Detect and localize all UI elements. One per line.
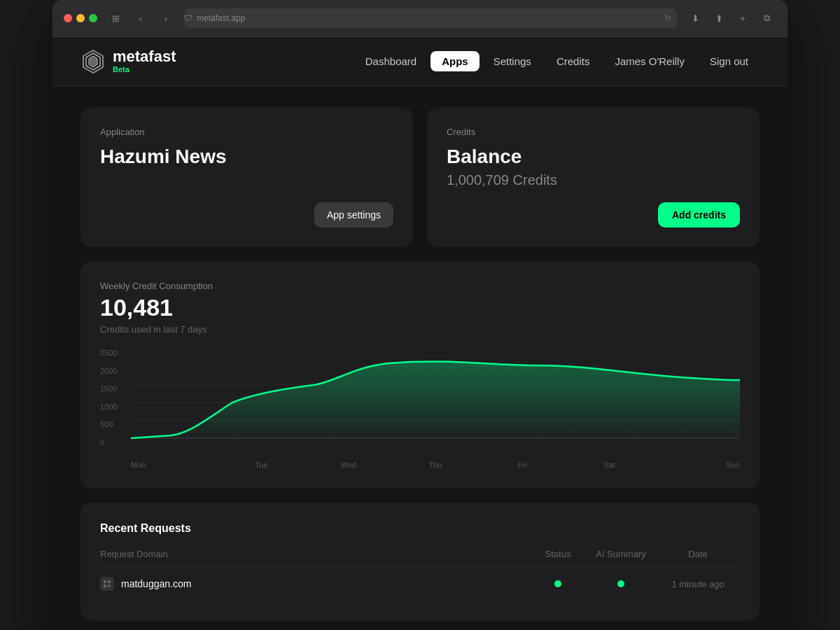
logo-text-area: metafast Beta — [113, 49, 176, 74]
x-label-sun: Sun — [653, 461, 740, 469]
add-credits-button[interactable]: Add credits — [658, 202, 740, 227]
refresh-icon[interactable]: ↻ — [664, 13, 671, 23]
new-tab-icon[interactable]: + — [733, 8, 752, 28]
browser-chrome: ⊞ ‹ › 🛡 metafast.app ↻ ⬇ ⬆ + ⧉ — [52, 0, 788, 37]
svg-rect-17 — [102, 579, 112, 589]
x-label-mon: Mon — [131, 461, 218, 469]
favicon-icon — [102, 579, 112, 589]
logo-icon — [80, 49, 106, 74]
status-cell — [530, 580, 586, 587]
application-card: Application Hazumi News App settings — [80, 107, 413, 247]
y-label-0: 0 — [100, 438, 125, 447]
x-label-sat: Sat — [566, 461, 652, 469]
y-label-1000: 1000 — [100, 402, 125, 411]
application-card-footer: App settings — [100, 202, 393, 227]
maximize-button[interactable] — [89, 14, 97, 22]
recent-requests-title: Recent Requests — [100, 522, 740, 535]
y-label-2000: 2000 — [100, 367, 125, 375]
y-label-500: 500 — [100, 420, 125, 428]
credits-value: 1,000,709 Credits — [447, 172, 740, 188]
table-header: Request Domain Status AI Summary Date — [100, 549, 740, 567]
table-row: matduggan.com 1 minute ago — [100, 567, 740, 601]
chart-header: Weekly Credit Consumption 10,481 Credits… — [100, 281, 740, 335]
close-button[interactable] — [64, 14, 72, 22]
back-icon[interactable]: ‹ — [131, 8, 150, 28]
row-domain: matduggan.com — [100, 577, 530, 591]
status-dot — [554, 580, 561, 587]
col-header-ai-summary: AI Summary — [586, 549, 656, 559]
credits-card-footer: Add credits — [447, 202, 740, 227]
credits-card-title: Balance — [447, 146, 740, 168]
svg-rect-19 — [108, 580, 111, 583]
address-bar[interactable]: 🛡 metafast.app ↻ — [184, 8, 677, 28]
domain-favicon — [100, 577, 114, 591]
chart-svg-container — [131, 349, 740, 461]
credits-card-label: Credits — [447, 127, 740, 137]
tabs-icon[interactable]: ⧉ — [757, 8, 776, 28]
svg-rect-21 — [108, 584, 111, 587]
navigation: metafast Beta Dashboard Apps Settings Cr… — [52, 37, 788, 86]
top-row: Application Hazumi News App settings Cre… — [80, 107, 760, 247]
x-label-tue: Tue — [218, 461, 304, 469]
nav-item-credits[interactable]: Credits — [545, 51, 601, 71]
y-label-2500: 2500 — [100, 349, 125, 357]
y-label-1500: 1500 — [100, 384, 125, 393]
main-content: Application Hazumi News App settings Cre… — [52, 86, 788, 630]
chart-area-fill — [131, 362, 740, 438]
ai-summary-cell — [586, 580, 656, 587]
x-label-fri: Fri — [479, 461, 566, 469]
chart-label: Weekly Credit Consumption — [100, 281, 740, 291]
nav-links: Dashboard Apps Settings Credits James O'… — [354, 51, 760, 71]
traffic-lights — [64, 14, 97, 22]
domain-name: matduggan.com — [121, 578, 191, 589]
app-container: metafast Beta Dashboard Apps Settings Cr… — [52, 37, 788, 630]
application-card-title: Hazumi News — [100, 146, 393, 188]
browser-controls: ⊞ ‹ › — [106, 8, 176, 28]
chart-area: 0 500 1000 1500 2000 2500 — [100, 349, 740, 469]
svg-rect-18 — [104, 580, 106, 583]
chart-sublabel: Credits used in last 7 days — [100, 324, 740, 335]
share-icon[interactable]: ⬆ — [709, 8, 729, 28]
col-header-date: Date — [656, 549, 740, 559]
svg-rect-20 — [104, 584, 106, 587]
url-text: metafast.app — [197, 13, 245, 23]
svg-marker-2 — [89, 56, 97, 67]
browser-actions: ⬇ ⬆ + ⧉ — [685, 8, 776, 28]
x-axis: Mon Tue Wed Thu Fri Sat Sun — [131, 461, 740, 469]
x-label-wed: Wed — [305, 461, 392, 469]
shield-icon: 🛡 — [184, 13, 192, 23]
y-axis: 0 500 1000 1500 2000 2500 — [100, 349, 125, 461]
chart-value: 10,481 — [100, 294, 740, 321]
nav-sign-out[interactable]: Sign out — [699, 51, 760, 71]
logo-text: metafast — [113, 49, 176, 64]
x-label-thu: Thu — [392, 461, 479, 469]
col-header-domain: Request Domain — [100, 549, 530, 559]
chart-card: Weekly Credit Consumption 10,481 Credits… — [80, 261, 760, 489]
ai-summary-dot — [617, 580, 624, 587]
app-settings-button[interactable]: App settings — [314, 202, 393, 227]
nav-item-settings[interactable]: Settings — [482, 51, 542, 71]
nav-user-name[interactable]: James O'Reilly — [603, 51, 696, 71]
logo-area: metafast Beta — [80, 49, 176, 74]
sidebar-toggle-icon[interactable]: ⊞ — [106, 8, 125, 28]
logo-beta: Beta — [113, 66, 176, 74]
row-date: 1 minute ago — [656, 579, 740, 589]
application-card-label: Application — [100, 127, 393, 137]
forward-icon[interactable]: › — [156, 8, 176, 28]
credits-card: Credits Balance 1,000,709 Credits Add cr… — [427, 107, 760, 247]
chart-with-y: 0 500 1000 1500 2000 2500 — [100, 349, 740, 461]
browser-window: ⊞ ‹ › 🛡 metafast.app ↻ ⬇ ⬆ + ⧉ — [52, 0, 788, 630]
recent-requests-card: Recent Requests Request Domain Status AI… — [80, 503, 760, 621]
nav-item-apps[interactable]: Apps — [430, 51, 479, 71]
col-header-status: Status — [530, 549, 586, 559]
chart-svg — [131, 349, 740, 461]
download-icon[interactable]: ⬇ — [685, 8, 705, 28]
nav-item-dashboard[interactable]: Dashboard — [354, 51, 428, 71]
minimize-button[interactable] — [76, 14, 85, 22]
